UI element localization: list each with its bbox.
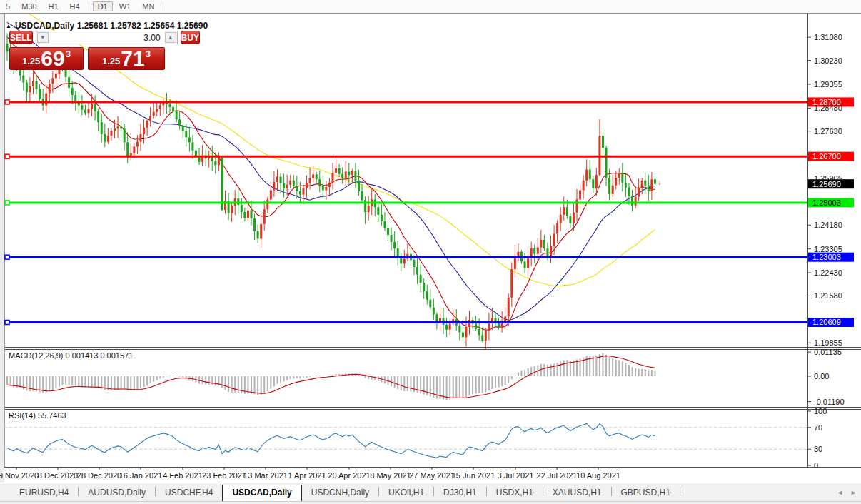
tab-ukoil-h1[interactable]: UKOil,H1 (379, 485, 433, 500)
tab-audusd-daily[interactable]: AUDUSD,Daily (79, 485, 155, 500)
candle-body (426, 291, 428, 299)
candle-body (97, 111, 99, 122)
candle-body (595, 175, 598, 188)
rsi-label: RSI(14) 55.7463 (9, 411, 66, 420)
candle-body (397, 248, 399, 256)
candle-body (176, 111, 178, 119)
timeframe-button-w1[interactable]: W1 (114, 1, 136, 11)
tab-usdchf-h4[interactable]: USDCHF,H4 (156, 485, 222, 500)
tab-dj30-h1[interactable]: DJ30,H1 (434, 485, 486, 500)
price-chart-canvas[interactable]: 1.287001.267001.250031.230031.206091.310… (0, 14, 861, 483)
ask-price-button[interactable]: 1.25 71 3 (88, 47, 165, 70)
candle-body (270, 190, 272, 199)
candle-body (625, 183, 627, 188)
candle-body (156, 109, 158, 112)
candle-body (533, 248, 535, 254)
candle-body (49, 84, 51, 94)
tab-xauusd-h1[interactable]: XAUUSD,H1 (543, 485, 611, 500)
date-tick-label: 3 Jul 2021 (498, 471, 534, 480)
price-tick-label: 1.27630 (814, 127, 842, 136)
candle-body (540, 240, 542, 248)
price-tick-label: 1.22430 (814, 268, 842, 277)
candle-body (550, 246, 552, 256)
candle-body (257, 231, 259, 239)
date-tick-label: 8 Dec 2020 (38, 471, 78, 480)
bid-price-button[interactable]: 1.25 69 3 (9, 47, 84, 70)
candle-body (198, 158, 201, 162)
candle-body (439, 318, 441, 322)
candle-body (32, 81, 34, 86)
candle-body (51, 78, 54, 84)
candle-body (182, 126, 184, 131)
candle-body (117, 126, 119, 128)
candle-body (628, 188, 630, 196)
line-drag-handle[interactable] (5, 154, 9, 158)
volume-spinner: ▼ ▲ (36, 31, 178, 44)
bid-price-pipette: 3 (66, 49, 71, 59)
candle-body (381, 215, 383, 221)
candle-body (517, 252, 519, 256)
tab-scroll-right-icon[interactable]: ► (850, 489, 857, 496)
candle-body (569, 216, 571, 223)
timeframe-button-d1[interactable]: D1 (93, 1, 113, 11)
candle-body (251, 211, 253, 218)
candle-body (537, 248, 539, 254)
candle-body (524, 261, 526, 268)
tab-usdcad-daily[interactable]: USDCAD,Daily (222, 485, 301, 501)
candle-body (84, 110, 86, 114)
candle-body (530, 248, 533, 257)
candle-body (368, 206, 370, 212)
candle-body (136, 142, 139, 147)
tab-eurusd-h4[interactable]: EURUSD,H4 (10, 485, 78, 500)
candle-body (169, 104, 171, 107)
tab-separator (680, 487, 680, 496)
candle-body (416, 267, 418, 275)
candle-body (74, 95, 76, 101)
candle-body (143, 128, 145, 134)
line-drag-handle[interactable] (5, 100, 9, 104)
timeframe-button-m30[interactable]: M30 (16, 1, 41, 11)
date-tick-label: 19 Nov 2020 (0, 471, 39, 480)
line-drag-handle[interactable] (5, 320, 9, 324)
candle-body (608, 178, 610, 194)
buy-button[interactable]: BUY (181, 31, 200, 44)
tab-scroll-left-icon[interactable]: ◄ (837, 489, 843, 496)
toolbar-separator (163, 1, 163, 11)
candle-body (481, 335, 483, 341)
candle-body (615, 178, 617, 186)
tab-usdx-h1[interactable]: USDX,H1 (487, 485, 543, 500)
chart-ohlc-title: ▲ USDCAD,Daily 1.25681 1.25782 1.25654 1… (6, 21, 208, 31)
tab-gbpusd-h1[interactable]: GBPUSD,H1 (612, 485, 680, 500)
candle-body (231, 206, 233, 213)
timeframe-button-h1[interactable]: H1 (44, 1, 64, 11)
candle-body (328, 183, 331, 187)
date-tick-label: 23 Feb 2021 (202, 471, 246, 480)
line-drag-handle[interactable] (5, 201, 9, 205)
candle-body (81, 106, 83, 110)
sell-button[interactable]: SELL (9, 31, 33, 44)
volume-decrease-button[interactable]: ▼ (37, 32, 49, 43)
tab-usdcnh-daily[interactable]: USDCNH,Daily (302, 485, 378, 500)
candle-body (510, 269, 513, 298)
one-click-trading-panel: SELL ▼ ▲ BUY 1.25 69 3 1.25 71 3 (9, 31, 165, 70)
bid-price-main: 69 (41, 49, 64, 68)
candle-body (107, 136, 109, 141)
candle-body (605, 148, 608, 178)
candle-body (648, 186, 650, 191)
ask-price-prefix: 1.25 (102, 56, 120, 66)
candle-body (241, 205, 243, 212)
timeframe-button-mn[interactable]: MN (137, 1, 159, 11)
volume-input[interactable] (49, 31, 165, 44)
timeframe-button-h4[interactable]: H4 (65, 1, 85, 11)
line-drag-handle[interactable] (5, 255, 9, 259)
volume-increase-button[interactable]: ▲ (165, 32, 176, 43)
date-tick-label: 15 Jun 2021 (452, 471, 495, 480)
timeframe-button-m5[interactable]: 5 (1, 1, 15, 11)
candle-body (299, 191, 301, 195)
candle-body (573, 213, 575, 223)
candle-body (621, 173, 623, 183)
candle-body (650, 179, 653, 191)
candle-body (178, 119, 181, 125)
candle-body (276, 176, 278, 182)
candle-body (635, 197, 637, 206)
